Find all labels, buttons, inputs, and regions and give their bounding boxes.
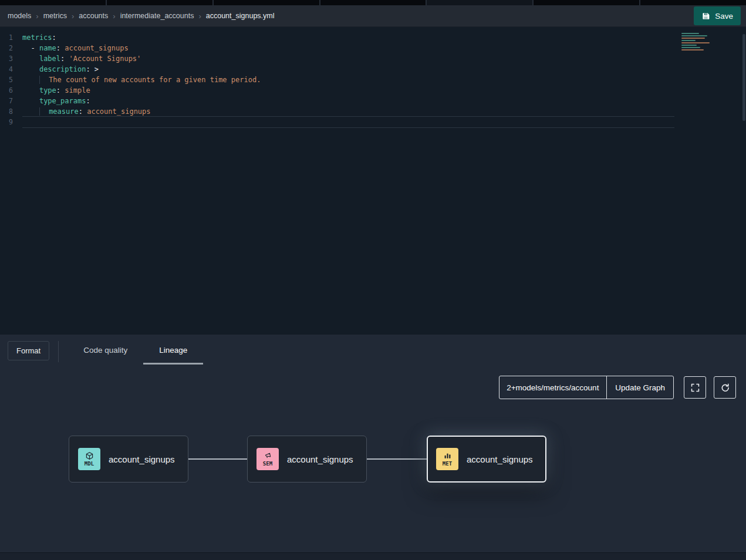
code-line[interactable]: 9 xyxy=(0,117,746,127)
lineage-node-semantic-model[interactable]: SEM account_signups xyxy=(247,436,367,483)
breadcrumb-item-file[interactable]: account_signups.yml xyxy=(206,12,275,20)
chevron-right-icon: › xyxy=(198,12,201,21)
lineage-node-metric[interactable]: MET account_signups xyxy=(427,436,546,483)
header-divider xyxy=(58,341,59,362)
editor-scrollbar[interactable] xyxy=(741,27,746,335)
scrollbar-handle[interactable] xyxy=(742,34,745,121)
line-number: 2 xyxy=(0,43,22,53)
fullscreen-button[interactable] xyxy=(684,376,706,399)
minimap-line xyxy=(681,35,707,36)
lineage-filter-input[interactable] xyxy=(499,376,606,399)
editor-tab[interactable] xyxy=(640,0,746,5)
editor-tab[interactable] xyxy=(107,0,212,5)
panel-footer xyxy=(0,552,746,560)
lineage-graph[interactable]: MDL account_signups SEM account_signups xyxy=(0,400,746,552)
save-icon xyxy=(701,12,710,21)
refresh-icon xyxy=(720,383,730,393)
node-label: account_signups xyxy=(109,454,175,464)
line-number: 7 xyxy=(0,96,22,106)
chevron-right-icon: › xyxy=(113,12,115,21)
model-badge-label: MDL xyxy=(85,461,94,467)
minimap-line xyxy=(681,49,704,50)
code-line[interactable]: 4 description: > xyxy=(0,64,746,75)
bottom-panel: Format Code quality Lineage Update Graph xyxy=(0,335,746,560)
format-button[interactable]: Format xyxy=(8,341,49,360)
code-lines: 1metrics:2 - name: account_signups3 labe… xyxy=(0,32,746,127)
minimap-line xyxy=(681,45,697,46)
breadcrumb-item-intermediate-accounts[interactable]: intermediate_accounts xyxy=(120,12,194,20)
line-number: 3 xyxy=(0,53,22,64)
bar-chart-icon xyxy=(443,451,452,460)
fullscreen-icon xyxy=(690,383,700,393)
minimap-line xyxy=(681,33,699,34)
lineage-filter-group: Update Graph xyxy=(499,376,674,399)
model-badge: MDL xyxy=(78,448,100,470)
line-number: 9 xyxy=(0,117,22,127)
minimap-line xyxy=(681,47,700,48)
metric-badge: MET xyxy=(436,448,458,470)
node-label: account_signups xyxy=(467,454,533,464)
code-line[interactable]: 5 The count of new accounts for a given … xyxy=(0,75,746,85)
cube-icon xyxy=(85,451,94,460)
code-line[interactable]: 2 - name: account_signups xyxy=(0,43,746,53)
lineage-controls: Update Graph xyxy=(0,367,746,400)
lineage-edge xyxy=(367,458,427,460)
editor-tab[interactable] xyxy=(0,0,106,5)
tab-code-quality[interactable]: Code quality xyxy=(67,341,143,365)
code-line[interactable]: 8 measure: account_signups xyxy=(0,106,746,117)
lineage-node-model[interactable]: MDL account_signups xyxy=(69,436,188,483)
editor-tab[interactable] xyxy=(534,0,639,5)
minimap-line xyxy=(681,38,705,39)
editor-tab-strip xyxy=(0,0,746,5)
breadcrumb-item-metrics[interactable]: metrics xyxy=(43,12,67,20)
code-editor[interactable]: 1metrics:2 - name: account_signups3 labe… xyxy=(0,27,746,335)
code-line[interactable]: 3 label: 'Account Signups' xyxy=(0,53,746,64)
refresh-button[interactable] xyxy=(714,376,736,399)
semantic-model-badge-label: SEM xyxy=(263,461,272,467)
save-button-label: Save xyxy=(715,12,733,21)
ide-window: models › metrics › accounts › intermedia… xyxy=(0,0,746,560)
minimap[interactable] xyxy=(681,32,712,52)
line-number: 8 xyxy=(0,106,22,117)
lineage-edge xyxy=(188,458,247,460)
node-label: account_signups xyxy=(287,454,353,464)
breadcrumb-item-models[interactable]: models xyxy=(8,12,31,20)
breadcrumb-item-accounts[interactable]: accounts xyxy=(79,12,108,20)
tab-lineage[interactable]: Lineage xyxy=(143,341,203,365)
chevron-right-icon: › xyxy=(36,12,38,21)
metric-badge-label: MET xyxy=(443,461,452,467)
minimap-line xyxy=(681,42,710,43)
editor-tab[interactable] xyxy=(320,0,426,5)
line-number: 1 xyxy=(0,32,22,43)
breadcrumb-bar: models › metrics › accounts › intermedia… xyxy=(0,5,746,27)
editor-tab[interactable] xyxy=(427,0,532,5)
editor-tab[interactable] xyxy=(214,0,319,5)
line-number: 4 xyxy=(0,64,22,75)
minimap-line xyxy=(681,40,696,41)
code-line[interactable]: 6 type: simple xyxy=(0,85,746,96)
megaphone-icon xyxy=(264,451,272,460)
update-graph-button[interactable]: Update Graph xyxy=(606,376,673,399)
save-button[interactable]: Save xyxy=(694,6,741,25)
semantic-model-badge: SEM xyxy=(256,448,279,470)
breadcrumb: models › metrics › accounts › intermedia… xyxy=(8,12,275,21)
chevron-right-icon: › xyxy=(72,12,74,21)
panel-header: Format Code quality Lineage xyxy=(0,335,746,367)
code-line[interactable]: 7 type_params: xyxy=(0,96,746,106)
line-number: 5 xyxy=(0,75,22,85)
code-line[interactable]: 1metrics: xyxy=(0,32,746,43)
line-number: 6 xyxy=(0,85,22,96)
